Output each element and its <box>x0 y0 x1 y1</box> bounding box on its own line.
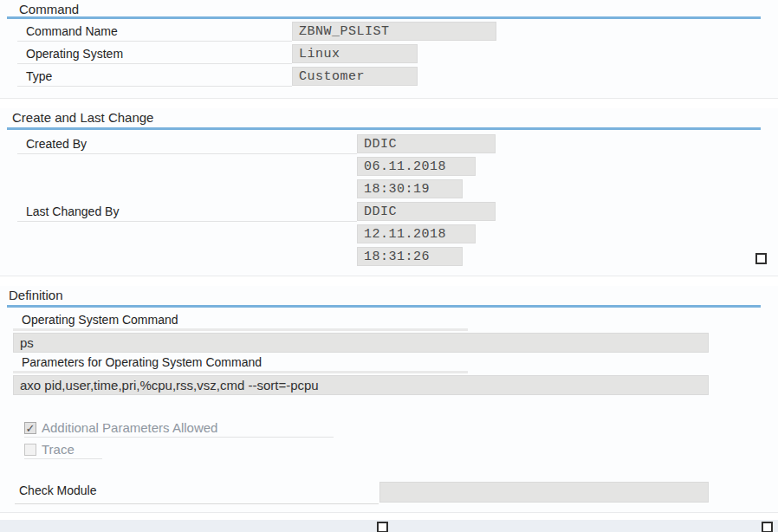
trace-checkbox[interactable] <box>24 444 36 456</box>
additional-parameters-checkbox[interactable]: ✓ <box>24 422 36 434</box>
os-command-value: ps <box>14 334 708 350</box>
row-underline <box>24 437 334 438</box>
last-changed-by-label: Last Changed By <box>26 204 119 218</box>
command-section-rule <box>7 16 761 19</box>
label-strip <box>13 328 468 331</box>
type-value: Customer <box>293 68 417 84</box>
os-command-field[interactable]: ps <box>13 333 709 353</box>
command-section: Command Command Name ZBNW_PSLIST Operati… <box>0 0 778 99</box>
create-change-section-title: Create and Last Change <box>12 110 153 125</box>
type-label: Type <box>26 69 52 83</box>
created-date-field[interactable]: 06.11.2018 <box>357 157 476 176</box>
check-module-value <box>380 483 708 484</box>
changed-date-field[interactable]: 12.11.2018 <box>357 224 476 243</box>
created-by-label: Created By <box>26 137 87 151</box>
operating-system-label: Operating System <box>26 47 123 61</box>
additional-parameters-label: Additional Parameters Allowed <box>42 420 217 435</box>
definition-section: Definition Operating System Command ps P… <box>0 286 778 513</box>
operating-system-value: Linux <box>293 45 417 62</box>
parameters-value: axo pid,user,time,pri,%cpu,rss,vsz,cmd -… <box>14 376 708 393</box>
command-section-title: Command <box>19 2 79 16</box>
command-name-field[interactable]: ZBNW_PSLIST <box>292 22 496 41</box>
created-time-value: 18:30:19 <box>358 180 462 197</box>
parameters-label: Parameters for Operating System Command <box>22 355 262 369</box>
row-underline <box>17 41 292 42</box>
focus-corner-top-left <box>292 22 296 26</box>
row-underline <box>17 63 292 64</box>
created-time-field[interactable]: 18:30:19 <box>357 179 463 198</box>
changed-time-value: 18:31:26 <box>358 248 462 264</box>
focus-corner-bottom-left <box>292 36 296 41</box>
created-date-value: 06.11.2018 <box>358 158 475 174</box>
row-underline <box>17 86 292 87</box>
command-name-value: ZBNW_PSLIST <box>293 23 496 39</box>
os-command-label: Operating System Command <box>22 313 178 327</box>
create-change-section: Create and Last Change Created By DDIC 0… <box>0 108 778 276</box>
focus-corner-top-right <box>492 22 496 26</box>
trace-label: Trace <box>42 442 75 457</box>
check-module-label: Check Module <box>19 483 97 497</box>
row-underline <box>24 458 102 459</box>
row-underline <box>15 503 379 504</box>
changed-time-field[interactable]: 18:31:26 <box>357 247 463 266</box>
small-square-checkbox[interactable] <box>755 253 767 264</box>
create-change-section-rule <box>7 127 761 130</box>
changed-by-user-field[interactable]: DDIC <box>357 202 496 221</box>
row-underline <box>17 153 357 154</box>
check-module-field[interactable] <box>379 482 709 503</box>
row-underline <box>17 221 357 222</box>
changed-by-user-value: DDIC <box>358 203 495 219</box>
label-strip <box>13 371 468 373</box>
command-name-label: Command Name <box>26 24 118 38</box>
parameters-field[interactable]: axo pid,user,time,pri,%cpu,rss,vsz,cmd -… <box>13 375 709 395</box>
bottom-strip <box>0 520 778 532</box>
small-square-checkbox[interactable] <box>762 522 773 532</box>
focus-corner-bottom-right <box>492 36 496 41</box>
definition-section-title: Definition <box>9 288 63 302</box>
created-by-user-field[interactable]: DDIC <box>357 134 496 153</box>
type-field[interactable]: Customer <box>292 67 418 86</box>
operating-system-field[interactable]: Linux <box>292 44 418 63</box>
sap-command-definition-screen: Command Command Name ZBNW_PSLIST Operati… <box>0 0 778 532</box>
small-square-checkbox[interactable] <box>377 522 388 532</box>
definition-section-rule <box>7 305 761 308</box>
changed-date-value: 12.11.2018 <box>358 225 475 242</box>
created-by-user-value: DDIC <box>358 135 495 152</box>
